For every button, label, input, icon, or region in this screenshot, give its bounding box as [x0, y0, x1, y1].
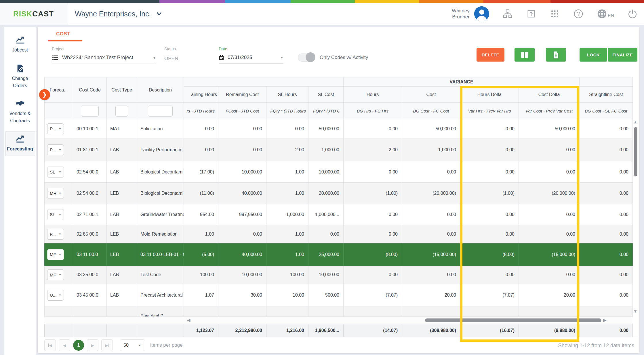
power-icon[interactable]	[627, 9, 638, 19]
cost-type-cell: LAB	[107, 284, 137, 306]
description-filter-input[interactable]	[148, 106, 173, 117]
project-select[interactable]: Wb2234: Sandbox Test Project ▼	[52, 55, 156, 64]
next-page-icon: ▶	[91, 343, 94, 348]
forecast-method-cell: P...▼	[45, 138, 73, 161]
value-cell: (5.00)	[184, 243, 218, 266]
sidebar-item-forecasting[interactable]: Forecasting	[5, 131, 35, 156]
export-icon[interactable]	[526, 9, 536, 19]
forecast-method-dropdown[interactable]: SL▼	[47, 209, 64, 220]
scroll-left-icon[interactable]: ◀	[187, 318, 190, 323]
value-cell: 0.00	[344, 266, 402, 284]
forecast-method-dropdown[interactable]: MR▼	[47, 188, 64, 199]
forecast-method-cell: MF▼	[45, 243, 73, 266]
svg-text:?: ?	[577, 11, 580, 17]
company-selector[interactable]: Wayne Enterprises, Inc.	[75, 3, 162, 25]
only-codes-toggle[interactable]	[298, 54, 315, 62]
language-selector[interactable]: EN	[597, 9, 614, 19]
table-row[interactable]: U...▼03 45 00.0LABPrecast Architectural …	[45, 284, 633, 306]
column-header-description[interactable]: Description	[137, 77, 184, 103]
export-file-button[interactable]	[546, 48, 566, 62]
column-header-hours-delta[interactable]: Hours Delta	[460, 87, 519, 103]
forecast-method-dropdown[interactable]: P...▼	[47, 229, 64, 240]
value-cell: 0.00	[460, 204, 519, 225]
column-header-cost-delta[interactable]: Cost Delta	[519, 87, 580, 103]
forecast-method-dropdown[interactable]: U...▼	[47, 290, 64, 301]
first-page-button[interactable]: ◀	[44, 339, 56, 351]
table-row[interactable]: MF▼03 35 00.0LABTest Code100.0010,000.00…	[45, 266, 633, 284]
table-row[interactable]: P...▼00 10 00.1MATSolicitation0.000.000.…	[45, 119, 633, 138]
forecast-method-dropdown[interactable]: MF▼	[47, 249, 64, 260]
value-cell	[308, 306, 344, 317]
sidebar-item-label: Vendors & Contracts	[7, 110, 33, 124]
group-header-empty	[184, 77, 344, 87]
columns-layout-button[interactable]	[515, 48, 535, 62]
next-page-button[interactable]: ▶	[87, 339, 98, 351]
avatar[interactable]	[474, 6, 489, 21]
sidebar-item-jobcost[interactable]: Jobcost	[4, 35, 36, 54]
column-header-cost-type[interactable]: Cost Type	[107, 77, 137, 103]
horizontal-scrollbar-thumb[interactable]	[425, 318, 601, 322]
value-cell: 30.00	[218, 284, 266, 306]
help-icon[interactable]: ?	[573, 9, 584, 19]
scroll-down-icon[interactable]: ▼	[633, 309, 637, 314]
date-picker[interactable]: 07/31/2025 ▼	[219, 55, 283, 64]
lock-button[interactable]: LOCK	[580, 48, 607, 62]
expand-panel-button[interactable]: ❯	[39, 89, 50, 100]
scroll-up-icon[interactable]: ▲	[633, 120, 637, 124]
table-row[interactable]: MF▼03 11 00.0LEB03 11 00.0-LEB-01 - Conc…	[45, 243, 633, 266]
forecast-method-cell: U...▼	[45, 284, 73, 306]
value-cell: 50,000.00	[402, 119, 460, 138]
column-header-straightline-cost[interactable]: Straightline Cost	[580, 87, 633, 103]
last-page-button[interactable]: ▶	[101, 339, 113, 351]
forecast-method-dropdown[interactable]: MF▼	[47, 269, 64, 280]
column-header-forecast[interactable]: Foreca...	[45, 77, 73, 103]
cost-type-filter-input[interactable]	[115, 106, 128, 117]
cost-code-filter-input[interactable]	[81, 106, 99, 117]
table-row[interactable]: SL▼02 71 00.1LABGroundwater Treatment954…	[45, 204, 633, 225]
hierarchy-icon[interactable]	[502, 9, 513, 19]
user-last-name: Brunner	[452, 14, 469, 20]
table-row[interactable]: P...▼02 85 00.0LEBMold Remediation1.000.…	[45, 225, 633, 243]
table-row[interactable]: SL▼02 54 00.0LABBiological Decontaminati…	[45, 161, 633, 183]
column-header-remaining-cost[interactable]: Remaining Cost	[218, 87, 266, 103]
description-cell: Electrical P...	[137, 306, 184, 317]
sidebar-item-vendors-contracts[interactable]: Vendors & Contracts	[4, 98, 36, 124]
list-icon	[52, 55, 58, 61]
table-row[interactable]: MR▼02 54 00.0LEBBiological Decontaminati…	[45, 183, 633, 204]
last-page-icon: ▶	[105, 343, 108, 348]
value-cell: (1.00)	[460, 183, 519, 204]
column-header-hours[interactable]: Hours	[344, 87, 402, 103]
value-cell	[519, 306, 580, 317]
current-page-button[interactable]: 1	[73, 340, 84, 351]
column-header-remaining-hours[interactable]: aining Hours	[184, 87, 218, 103]
delete-button[interactable]: DELETE	[477, 48, 504, 62]
cost-code-cell: 02 85 00.0	[73, 225, 107, 243]
forecast-method-dropdown[interactable]: P...▼	[47, 123, 64, 134]
column-header-sl-cost[interactable]: SL Cost	[308, 87, 344, 103]
totals-empty-cell	[107, 324, 137, 337]
table-row-partial[interactable]: Electrical P...	[45, 306, 633, 317]
forecast-method-cell: MR▼	[45, 183, 73, 204]
scroll-right-icon[interactable]: ▶	[603, 318, 607, 323]
vertical-scrollbar-thumb[interactable]	[634, 127, 637, 176]
forecast-method-dropdown[interactable]: SL▼	[47, 167, 64, 178]
status-label: Status	[164, 47, 178, 51]
prev-page-button[interactable]: ◀	[59, 339, 70, 351]
value-cell: 1.00	[266, 161, 308, 183]
tab-cost[interactable]: COST	[56, 31, 70, 37]
page-size-select[interactable]: 50 ▼	[120, 339, 145, 351]
column-header-sl-hours[interactable]: SL Hours	[266, 87, 308, 103]
table-row[interactable]: P...▼01 81 00.1LABFacility Performance R…	[45, 138, 633, 161]
column-header-cost[interactable]: Cost	[402, 87, 460, 103]
value-cell: 1,000,000...	[308, 204, 344, 225]
column-header-cost-code[interactable]: Cost Code	[73, 77, 107, 103]
totals-value-cell: (16.07)	[460, 324, 519, 337]
finalize-button[interactable]: FINALIZE	[608, 48, 637, 62]
value-cell	[184, 306, 218, 317]
sidebar-item-change-orders[interactable]: Change Orders	[4, 64, 36, 89]
horizontal-scrollbar[interactable]: ◀ ▶	[44, 316, 632, 325]
value-cell	[73, 306, 107, 317]
apps-grid-icon[interactable]	[550, 9, 560, 19]
forecast-method-dropdown[interactable]: P...▼	[47, 144, 64, 155]
logo-risk: RISK	[13, 9, 32, 18]
